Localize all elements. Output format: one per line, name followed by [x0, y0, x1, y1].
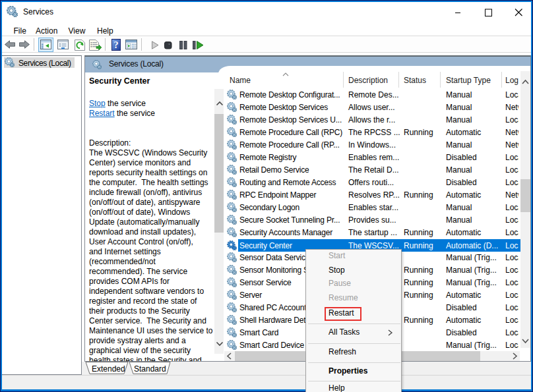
svg-text:?: ?	[114, 40, 119, 50]
